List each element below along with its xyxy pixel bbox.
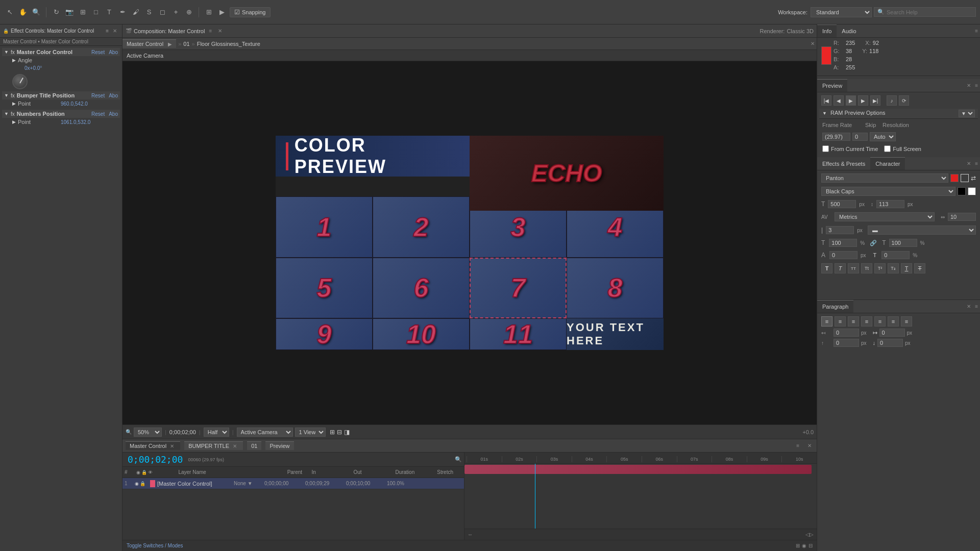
no-color-box[interactable] (958, 187, 966, 195)
effect-bumper-about[interactable]: Abo (109, 93, 118, 98)
baseline-input[interactable] (829, 251, 857, 259)
all-caps-btn[interactable]: TT (848, 263, 859, 273)
view-select[interactable]: 1 View (295, 428, 326, 437)
font-name-select[interactable]: Panton (821, 173, 948, 183)
puppet-tool[interactable]: ⊕ (183, 7, 194, 18)
sub-btn[interactable]: T₂ (888, 263, 899, 273)
prev-first-frame-btn[interactable]: |◀ (821, 95, 831, 106)
comp-panel-close[interactable]: ✕ (216, 28, 224, 34)
behind-tool[interactable]: ⊞ (77, 7, 88, 18)
ram-expand-icon[interactable]: ▼ (822, 111, 827, 116)
preview-tab[interactable]: Preview (817, 79, 847, 92)
preview-menu[interactable]: ≡ (973, 83, 980, 88)
roto-tool[interactable]: ⌖ (170, 7, 181, 18)
timeline-tab-bumper-close[interactable]: ✕ (231, 443, 239, 449)
link-scale-icon[interactable]: 🔗 (870, 240, 877, 246)
comp-panel-menu[interactable]: ≡ (207, 28, 214, 34)
timeline-menu[interactable]: ≡ (794, 443, 801, 448)
comp-tab-close[interactable]: ✕ (808, 41, 817, 46)
layer-solo-icon[interactable]: ◉ (135, 481, 139, 486)
snapping-checkbox[interactable]: ☑ (234, 9, 240, 16)
play-btn[interactable]: ▶ (846, 95, 856, 106)
layer-row-1[interactable]: 1 ◉ 🔒 [Master Color Control] None ▼ 0;00… (122, 478, 464, 489)
camera-select[interactable]: Active Camera (237, 428, 293, 437)
char-menu[interactable]: ≡ (973, 161, 980, 166)
leading-input[interactable] (876, 200, 904, 208)
timeline-tab-bumper[interactable]: BUMPER TITLE ✕ (184, 441, 243, 450)
effects-presets-tab[interactable]: Effects & Presets (817, 157, 870, 170)
justify-center-btn[interactable]: ≡ (874, 316, 886, 327)
ram-preview-select[interactable]: ▼ (959, 110, 975, 117)
workspace-dropdown[interactable]: Standard (811, 7, 872, 17)
resolution-select[interactable]: Half (204, 428, 229, 437)
vertical-scale-input[interactable] (829, 239, 857, 247)
alpha-icon[interactable]: ◨ (344, 429, 350, 436)
prev-frame-btn[interactable]: ◀ (834, 95, 844, 106)
toggle-switches-label[interactable]: Toggle Switches / Modes (127, 543, 183, 548)
info-tab[interactable]: Info (817, 24, 837, 37)
time-display[interactable]: 0;00;02;00 (125, 454, 186, 465)
indent-after-input[interactable] (879, 329, 905, 337)
underline-btn[interactable]: T (901, 263, 912, 273)
effect-numbers-reset[interactable]: Reset (91, 111, 105, 117)
space-before-input[interactable] (834, 339, 859, 347)
new-comp-tool[interactable]: ⊞ (203, 7, 214, 18)
timeline-icon-1[interactable]: ⊞ (796, 543, 800, 548)
loop-btn[interactable]: ⟳ (899, 95, 909, 106)
align-center-btn[interactable]: ≡ (835, 316, 846, 327)
numbers-point-value[interactable]: 1061.0,532.0 (61, 119, 90, 125)
search-help-input[interactable] (887, 9, 972, 15)
zoom-tool[interactable]: 🔍 (31, 7, 42, 18)
paragraph-tab[interactable]: Paragraph (817, 300, 853, 313)
rotate-tool[interactable]: ↻ (51, 7, 62, 18)
from-current-time-checkbox[interactable] (822, 145, 829, 152)
effect-numbers-header[interactable]: ▼ fx Numbers Position Reset Abo (2, 110, 120, 118)
timeline-close[interactable]: ✕ (805, 443, 814, 448)
small-caps-btn[interactable]: Tt (861, 263, 872, 273)
zoom-select[interactable]: 50% (134, 428, 162, 437)
next-frame-btn[interactable]: ▶ (858, 95, 868, 106)
type-tool[interactable]: T (104, 7, 115, 18)
effect-bumper-reset[interactable]: Reset (91, 93, 105, 98)
bold-btn[interactable]: T (821, 263, 832, 273)
comp-tab-main[interactable]: Master Control ▶ (122, 39, 176, 48)
render-tool[interactable]: ▶ (216, 7, 228, 18)
horizontal-scale-input[interactable] (889, 239, 917, 247)
stroke-color-box[interactable] (961, 174, 969, 182)
selection-tool[interactable]: ↖ (4, 7, 15, 18)
timeline-tab-master-close[interactable]: ✕ (168, 443, 176, 449)
snapping-toggle[interactable]: ☑ Snapping (230, 7, 271, 17)
hand-tool[interactable]: ✋ (17, 7, 29, 18)
fill-color-box[interactable] (950, 174, 959, 182)
character-tab[interactable]: Character (870, 157, 905, 170)
kerning-select[interactable]: Metrics (835, 212, 935, 221)
safe-zones-icon[interactable]: ⊟ (337, 429, 342, 436)
brush-tool[interactable]: 🖌 (130, 7, 141, 18)
tracking-input[interactable] (948, 213, 976, 221)
timeline-icon-2[interactable]: ◉ (802, 543, 806, 548)
char-close[interactable]: ✕ (965, 161, 973, 166)
swap-colors-icon[interactable]: ⇄ (971, 174, 976, 182)
audio-tab[interactable]: Audio (837, 24, 861, 37)
indent-before-input[interactable] (834, 329, 859, 337)
bumper-point-value[interactable]: 960.0,542.0 (61, 101, 88, 107)
justify-right-btn[interactable]: ≡ (888, 316, 899, 327)
last-frame-btn[interactable]: ▶| (870, 95, 880, 106)
para-menu[interactable]: ≡ (973, 304, 980, 309)
justify-all-btn[interactable]: ≡ (901, 316, 912, 327)
timeline-zoom-icon[interactable]: ↔ (468, 532, 473, 537)
layer-parent-dropdown[interactable]: None ▼ (234, 481, 264, 486)
effect-master-color-about[interactable]: Abo (109, 49, 118, 55)
white-color-box[interactable] (968, 187, 976, 195)
font-size-input[interactable] (828, 200, 856, 208)
timeline-tab-preview[interactable]: Preview (265, 441, 293, 450)
frame-rate-input[interactable] (822, 133, 850, 141)
search-help-area[interactable]: 🔍 (874, 7, 976, 17)
search-timeline-icon[interactable]: 🔍 (455, 456, 462, 463)
full-screen-checkbox[interactable] (884, 145, 891, 152)
tsukuri-input[interactable] (881, 251, 910, 259)
justify-left-btn[interactable]: ≡ (861, 316, 872, 327)
info-panel-menu[interactable]: ≡ (973, 28, 980, 34)
timeline-scroll-right[interactable]: ▷ (810, 532, 814, 537)
angle-dial[interactable] (12, 74, 28, 89)
